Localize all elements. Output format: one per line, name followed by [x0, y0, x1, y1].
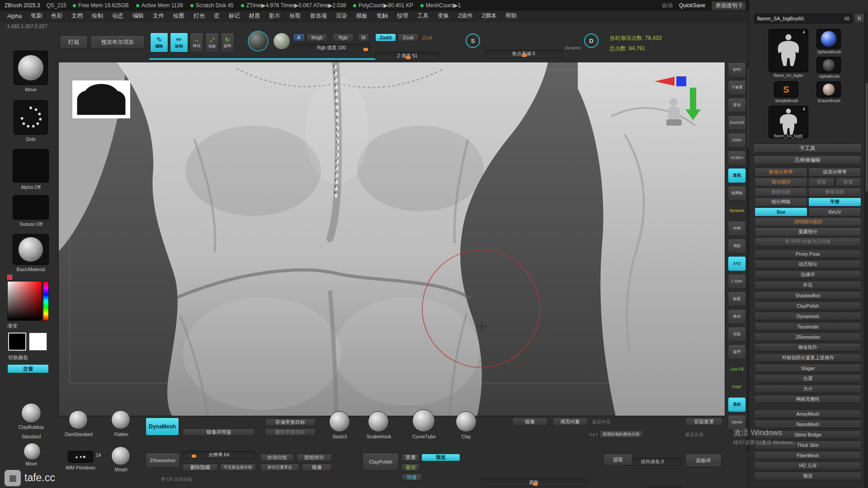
recent-color-swatch[interactable]: [7, 275, 12, 280]
dynamic-mode-label[interactable]: Dynamic: [565, 46, 581, 50]
panel-scrollbar[interactable]: [864, 11, 868, 488]
viewport-shelf-button[interactable]: 透明: [728, 397, 746, 412]
tool-subpalette-header[interactable]: FiberMesh: [754, 451, 862, 460]
geometry-section-header[interactable]: Tessimate: [754, 322, 862, 331]
menubar-item[interactable]: 工具: [413, 12, 433, 20]
viewport-shelf-button[interactable]: 缩放: [728, 327, 746, 342]
menubar-item[interactable]: 变换: [433, 12, 453, 20]
edit-mode-button[interactable]: ✎ 编辑: [150, 33, 168, 52]
viewport-shelf-button[interactable]: XYZ: [728, 256, 746, 271]
standard-brush-label[interactable]: Standard: [12, 434, 51, 439]
orientation-gizmo[interactable]: [654, 74, 712, 134]
rgb-button[interactable]: Rgb: [333, 33, 354, 42]
snakehook-brush-thumbnail[interactable]: [368, 411, 389, 432]
menubar-item[interactable]: 模板: [352, 12, 372, 20]
menubar-item[interactable]: 材质: [244, 12, 264, 20]
geometry-button[interactable]: 删除高级: [808, 188, 861, 197]
geometry-section-header[interactable]: Proxy Pose: [754, 249, 862, 258]
scale-mode-button[interactable]: ⤢ 缩放: [205, 33, 219, 52]
geometry-button[interactable]: 恢复: [835, 178, 862, 187]
m-button[interactable]: M: [358, 33, 369, 42]
viewport-shelf-button[interactable]: 旋转: [728, 344, 746, 359]
normal-mode-button[interactable]: 普通: [401, 454, 420, 461]
eraser-brush-thumbnail[interactable]: [816, 81, 841, 98]
current-material-sphere[interactable]: [248, 31, 269, 52]
menubar-item[interactable]: 绘制: [87, 12, 108, 20]
viewport-shelf-button[interactable]: AC50%: [728, 150, 746, 165]
preview-mode-button[interactable]: 预览: [421, 454, 460, 461]
tool-subpalette-header[interactable]: ArrayMesh: [754, 409, 862, 418]
menubar-item[interactable]: 笔刷: [26, 12, 47, 20]
zsub-button[interactable]: Zsub: [398, 33, 419, 42]
uv-autogroups-label[interactable]: 带 UV 自动分组: [161, 476, 192, 483]
z-intensity-handle[interactable]: [406, 56, 410, 59]
auto-groups-button[interactable]: 自动分组: [260, 454, 294, 461]
delete-hidden-button[interactable]: 删除隐藏: [183, 464, 218, 471]
menubar-item[interactable]: 渲染: [331, 12, 352, 20]
geometry-button[interactable]: 细分网格: [755, 197, 807, 206]
geometry-section-header[interactable]: 网格完整性: [754, 395, 862, 404]
morph-brush-thumbnail[interactable]: [111, 446, 130, 465]
menubar-item[interactable]: 色彩: [47, 12, 67, 20]
viewport-shelf-button[interactable]: Line Fill: [728, 362, 746, 377]
geometry-button[interactable]: Suv: [755, 207, 807, 216]
current-tool-name-field[interactable]: flamm_SA_bigBoy60. 48: [754, 14, 853, 23]
geometry-section-header[interactable]: 修改拓扑: [754, 343, 862, 352]
menubar-item[interactable]: 拾取: [285, 12, 305, 20]
viewport-shelf-button[interactable]: Zoom2D: [728, 115, 746, 130]
slash3-brush-thumbnail[interactable]: [329, 411, 350, 432]
menubar-item[interactable]: 帮助: [501, 12, 521, 20]
claybuildup-brush-thumbnail[interactable]: [21, 403, 41, 423]
focal-shift-handle[interactable]: [522, 54, 527, 57]
document-preview-thumbnail[interactable]: [72, 80, 130, 118]
mirror-button[interactable]: 镜像: [512, 418, 547, 426]
backface-mask-button[interactable]: 背面遮罩: [685, 418, 722, 426]
sculpt-viewport[interactable]: [58, 62, 725, 416]
geometry-button[interactable]: 平滑: [808, 197, 861, 206]
geometry-button[interactable]: 将 BPR 转换为几何体: [755, 237, 861, 246]
alpha-brush-thumbnail[interactable]: [816, 57, 841, 73]
viewport-shelf-button[interactable]: Dynamic: [728, 203, 746, 218]
rgb-intensity-handle[interactable]: [363, 48, 368, 51]
viewport-shelf-button[interactable]: BPR: [728, 62, 746, 77]
geometry-section-header[interactable]: 折边: [754, 281, 862, 289]
ui-opacity-button[interactable]: 界面透明 0: [712, 1, 746, 10]
tool-subpalette-header[interactable]: Slime Bridge: [754, 430, 862, 439]
geometry-section-header[interactable]: ClayPolish: [754, 301, 862, 310]
saturation-value-area[interactable]: [7, 281, 42, 321]
menubar-item[interactable]: 宏: [209, 12, 224, 20]
zremesher-button[interactable]: ZRemesher: [146, 453, 180, 468]
move-brush-thumbnail[interactable]: [24, 443, 41, 460]
geometry-button[interactable]: 删除低级: [755, 188, 807, 197]
menubar-item[interactable]: 首选项: [305, 12, 331, 20]
rotate-mode-button[interactable]: ↻ 旋转: [221, 33, 234, 52]
tool-r-button[interactable]: R: [854, 14, 864, 23]
viewport-shelf-button[interactable]: 移动: [728, 309, 746, 324]
tool-subpalette-header[interactable]: NanoMesh: [754, 420, 862, 428]
delete-morph-target-button[interactable]: 删除变换目标: [265, 428, 316, 436]
dynamesh-resolution-slider[interactable]: 分辨率 64: [183, 451, 255, 459]
split-masked-button[interactable]: 拆分已遮罩点: [260, 464, 299, 471]
lazy-radius-label[interactable]: 延迟半径: [592, 419, 610, 425]
claypolish-button[interactable]: ClayPolish: [363, 453, 399, 471]
move-mode-button[interactable]: ↔ 移动: [190, 33, 203, 52]
menubar-item[interactable]: 绘图: [169, 12, 189, 20]
flatten-brush-thumbnail[interactable]: [111, 410, 130, 429]
tool-subpalette-header[interactable]: 预览: [754, 472, 862, 480]
group-by-color-button[interactable]: 按照绘制的颜色分组: [599, 430, 643, 438]
preview-boolean-button[interactable]: 预览布尔渲染: [90, 35, 145, 49]
geometry-button[interactable]: 提高分辨率: [808, 168, 861, 177]
dynamesh-resolution-handle[interactable]: [192, 455, 196, 458]
geometry-section-header[interactable]: ShadowBox: [754, 291, 862, 300]
sphere-brush-thumbnail[interactable]: [816, 29, 841, 49]
zrem-mirror-button[interactable]: 镜像: [302, 464, 332, 471]
menubar-item[interactable]: 纹理: [392, 12, 413, 20]
damstandard-brush-thumbnail[interactable]: [69, 410, 88, 429]
menubar-item[interactable]: 编辑: [128, 12, 148, 20]
secondary-color-swatch[interactable]: [29, 333, 47, 351]
viewport-shelf-button[interactable]: Xpose: [728, 415, 746, 430]
menubar-item[interactable]: Z脚本: [477, 12, 501, 20]
switch-color-label[interactable]: 切换颜色: [8, 354, 49, 361]
fast-mode-button[interactable]: 快速: [401, 474, 422, 481]
viewport-shelf-button[interactable]: 透视: [728, 168, 746, 183]
